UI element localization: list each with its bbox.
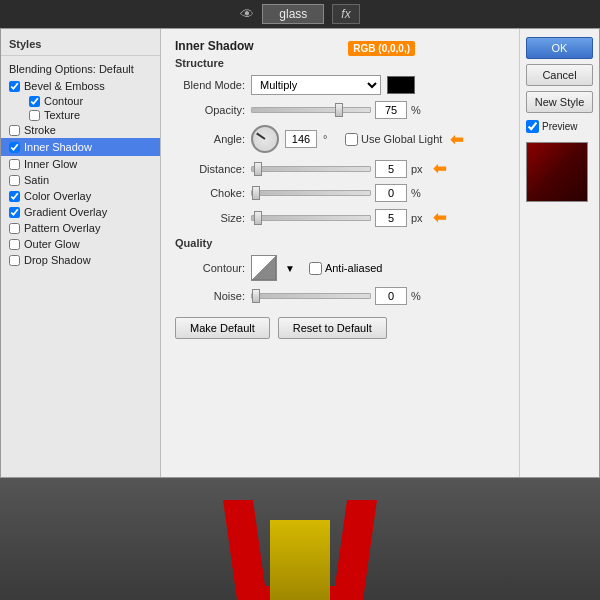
- distance-label: Distance:: [175, 163, 245, 175]
- choke-value[interactable]: [375, 184, 407, 202]
- cancel-button[interactable]: Cancel: [526, 64, 593, 86]
- inner-shadow-checkbox[interactable]: [9, 142, 20, 153]
- sidebar-item-satin[interactable]: Satin: [1, 172, 160, 188]
- opacity-value[interactable]: [375, 101, 407, 119]
- choke-slider[interactable]: [251, 190, 371, 196]
- contour-label: Contour:: [175, 262, 245, 274]
- size-row: Size: px ⬅: [175, 208, 505, 227]
- top-bar: 👁 glass fx: [0, 0, 600, 28]
- pattern-overlay-label: Pattern Overlay: [24, 222, 100, 234]
- quality-label: Quality: [175, 237, 505, 249]
- new-style-button[interactable]: New Style: [526, 91, 593, 113]
- sidebar-item-pattern-overlay[interactable]: Pattern Overlay: [1, 220, 160, 236]
- inner-glow-checkbox[interactable]: [9, 159, 20, 170]
- drop-shadow-label: Drop Shadow: [24, 254, 91, 266]
- preview-label: Preview: [542, 121, 578, 132]
- distance-row: Distance: px ⬅: [175, 159, 505, 178]
- noise-slider[interactable]: [251, 293, 371, 299]
- blend-color-swatch[interactable]: [387, 76, 415, 94]
- distance-arrow-annotation: ⬅: [433, 159, 446, 178]
- size-unit: px: [411, 212, 427, 224]
- preview-checkbox-row[interactable]: Preview: [526, 120, 593, 133]
- trophy-center: [270, 520, 330, 600]
- gradient-overlay-checkbox[interactable]: [9, 207, 20, 218]
- noise-value[interactable]: [375, 287, 407, 305]
- ok-button[interactable]: OK: [526, 37, 593, 59]
- noise-label: Noise:: [175, 290, 245, 302]
- sidebar-item-stroke[interactable]: Stroke: [1, 122, 160, 138]
- opacity-row: Opacity: %: [175, 101, 505, 119]
- distance-value[interactable]: [375, 160, 407, 178]
- size-slider[interactable]: [251, 215, 371, 221]
- svg-marker-0: [252, 256, 276, 280]
- preview-checkbox[interactable]: [526, 120, 539, 133]
- choke-slider-container: %: [251, 184, 505, 202]
- noise-row: Noise: %: [175, 287, 505, 305]
- reset-to-default-button[interactable]: Reset to Default: [278, 317, 387, 339]
- sidebar-item-inner-shadow[interactable]: Inner Shadow: [1, 138, 160, 156]
- angle-label: Angle:: [175, 133, 245, 145]
- sidebar-item-blending[interactable]: Blending Options: Default: [1, 60, 160, 78]
- distance-slider[interactable]: [251, 166, 371, 172]
- use-global-light-checkbox[interactable]: [345, 133, 358, 146]
- choke-label: Choke:: [175, 187, 245, 199]
- sidebar-item-outer-glow[interactable]: Outer Glow: [1, 236, 160, 252]
- sidebar-item-contour[interactable]: Contour: [21, 94, 160, 108]
- make-default-button[interactable]: Make Default: [175, 317, 270, 339]
- blending-label: Blending Options: Default: [9, 63, 134, 75]
- satin-checkbox[interactable]: [9, 175, 20, 186]
- blend-mode-row: Blend Mode: Multiply Normal Screen: [175, 75, 505, 95]
- fx-button[interactable]: fx: [332, 4, 359, 24]
- main-panel: Inner Shadow RGB (0,0,0,) Structure Blen…: [161, 29, 519, 477]
- size-slider-container: px ⬅: [251, 208, 505, 227]
- bottom-image-area: [0, 478, 600, 600]
- drop-shadow-checkbox[interactable]: [9, 255, 20, 266]
- texture-checkbox[interactable]: [29, 110, 40, 121]
- size-value[interactable]: [375, 209, 407, 227]
- trophy-left-leg: [223, 500, 267, 600]
- angle-dial[interactable]: [251, 125, 279, 153]
- distance-unit: px: [411, 163, 427, 175]
- sidebar-item-inner-glow[interactable]: Inner Glow: [1, 156, 160, 172]
- color-overlay-checkbox[interactable]: [9, 191, 20, 202]
- outer-glow-checkbox[interactable]: [9, 239, 20, 250]
- bottom-buttons: Make Default Reset to Default: [175, 317, 505, 339]
- stroke-checkbox[interactable]: [9, 125, 20, 136]
- bevel-checkbox[interactable]: [9, 81, 20, 92]
- eye-icon: 👁: [240, 6, 254, 22]
- noise-slider-container: %: [251, 287, 505, 305]
- contour-row: Contour: ▼ Anti-aliased: [175, 255, 505, 281]
- anti-aliased-checkbox[interactable]: [309, 262, 322, 275]
- contour-preview[interactable]: [251, 255, 277, 281]
- contour-label: Contour: [44, 95, 83, 107]
- anti-aliased-label[interactable]: Anti-aliased: [309, 262, 382, 275]
- blend-mode-select[interactable]: Multiply Normal Screen: [251, 75, 381, 95]
- opacity-slider-container: %: [251, 101, 505, 119]
- sidebar: Styles Blending Options: Default Bevel &…: [1, 29, 161, 477]
- stroke-label: Stroke: [24, 124, 56, 136]
- sidebar-item-bevel[interactable]: Bevel & Emboss: [1, 78, 160, 94]
- sidebar-item-texture[interactable]: Texture: [21, 108, 160, 122]
- preview-thumbnail: [526, 142, 588, 202]
- inner-glow-label: Inner Glow: [24, 158, 77, 170]
- noise-unit: %: [411, 290, 427, 302]
- angle-value[interactable]: [285, 130, 317, 148]
- sidebar-item-drop-shadow[interactable]: Drop Shadow: [1, 252, 160, 268]
- dial-needle: [256, 133, 265, 140]
- contour-checkbox[interactable]: [29, 96, 40, 107]
- size-arrow-annotation: ⬅: [433, 208, 446, 227]
- sidebar-item-color-overlay[interactable]: Color Overlay: [1, 188, 160, 204]
- choke-row: Choke: %: [175, 184, 505, 202]
- quality-section: Quality Contour: ▼ Anti-aliased Noise:: [175, 237, 505, 305]
- size-label: Size:: [175, 212, 245, 224]
- distance-slider-container: px ⬅: [251, 159, 505, 178]
- color-overlay-label: Color Overlay: [24, 190, 91, 202]
- pattern-overlay-checkbox[interactable]: [9, 223, 20, 234]
- rgb-badge: RGB (0,0,0,): [348, 41, 415, 56]
- contour-dropdown-arrow[interactable]: ▼: [285, 263, 295, 274]
- layer-name[interactable]: glass: [262, 4, 324, 24]
- use-global-light-label[interactable]: Use Global Light: [345, 133, 442, 146]
- sidebar-item-gradient-overlay[interactable]: Gradient Overlay: [1, 204, 160, 220]
- choke-unit: %: [411, 187, 427, 199]
- opacity-slider[interactable]: [251, 107, 371, 113]
